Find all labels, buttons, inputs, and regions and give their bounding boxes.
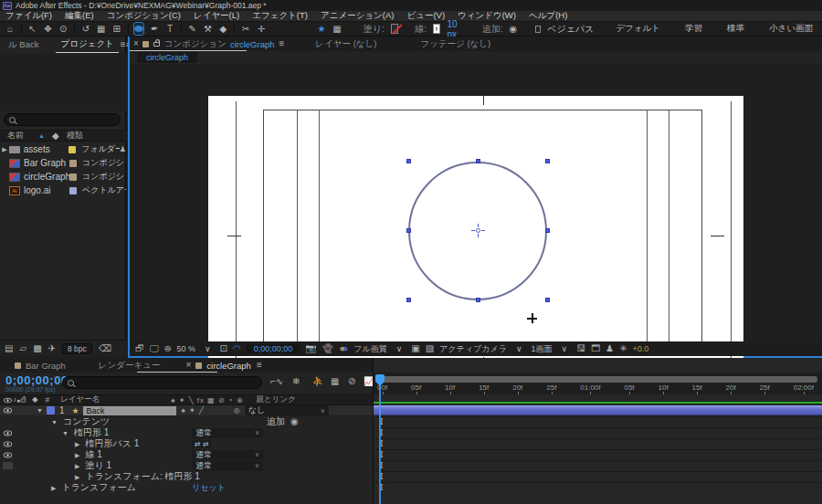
current-time-field[interactable]: 0;00;00;00: [247, 344, 300, 353]
timeline-menu-icon[interactable]: ≡: [257, 361, 262, 370]
tab-composition-kind[interactable]: コンポジション: [164, 38, 227, 50]
layer-label-color[interactable]: [47, 406, 55, 415]
visibility-toggle[interactable]: [4, 452, 12, 457]
viewer-pasteboard[interactable]: [130, 64, 822, 341]
workspace-default[interactable]: デフォルト: [606, 23, 669, 35]
selection-handle[interactable]: [545, 159, 550, 163]
camera-chevron[interactable]: ∨: [512, 344, 526, 354]
show-snapshot-icon[interactable]: 👻: [322, 344, 333, 353]
tab-bar-graph[interactable]: Bar Graph: [26, 361, 66, 371]
viewer-menu-icon[interactable]: ≡: [279, 39, 284, 48]
add-shape-button[interactable]: ◉: [510, 25, 518, 34]
exposure-reset-icon[interactable]: ✳: [619, 344, 627, 353]
view-layout-chevron[interactable]: ∨: [558, 344, 572, 354]
layer-name-column[interactable]: レイヤー名: [60, 394, 100, 405]
selection-handle[interactable]: [476, 298, 480, 302]
property-row-transform-ellipse[interactable]: ▶ トランスフォーム: 楕円形 1: [0, 471, 373, 482]
visibility-toggle[interactable]: [4, 408, 12, 414]
workspace-learn[interactable]: 学習: [676, 23, 711, 35]
selection-handle[interactable]: [406, 228, 411, 233]
workspace-standard[interactable]: 標準: [718, 23, 754, 35]
sort-asc-icon[interactable]: ▲: [38, 132, 45, 139]
menu-window[interactable]: ウィンドウ(W): [458, 10, 516, 22]
frame-blend-icon[interactable]: ▦: [331, 377, 339, 386]
tab-composition-name[interactable]: circleGraph: [230, 39, 275, 49]
timeline-search-input[interactable]: [62, 376, 262, 389]
column-label-icon[interactable]: ◆: [52, 131, 59, 141]
camera-tool-icon[interactable]: ▦: [97, 23, 106, 35]
column-type[interactable]: 種類: [67, 130, 83, 142]
selection-handle[interactable]: [545, 298, 550, 302]
fill-swatch[interactable]: [391, 24, 398, 34]
twirl-icon[interactable]: ▶: [75, 463, 79, 469]
comp-flowchart-icon[interactable]: ♟: [606, 344, 614, 353]
proxy-icon[interactable]: ✈: [48, 344, 56, 353]
tab-label-color[interactable]: [142, 41, 149, 47]
time-ruler[interactable]: 00f 05f 10f 15f 20f 25f 01:00f 05f 10f 1…: [374, 373, 822, 394]
path-direction-toggles[interactable]: ⇄ ⇄: [192, 440, 212, 448]
comp-sub-tab[interactable]: circleGraph: [137, 52, 197, 63]
pen-tool-icon[interactable]: ✒: [150, 23, 159, 35]
selection-handle[interactable]: [406, 298, 411, 302]
blend-mode-select[interactable]: 通常∨: [192, 461, 263, 471]
stroke-label[interactable]: 線:: [415, 23, 427, 36]
tab-render-queue[interactable]: レンダーキュー: [99, 360, 161, 372]
label-color[interactable]: [69, 173, 77, 181]
roto-brush-tool-icon[interactable]: ✂: [241, 23, 250, 35]
project-item-logo-ai[interactable]: Ai logo.ai ベクトルアート: [0, 184, 126, 197]
anchor-point[interactable]: [473, 226, 483, 236]
twirl-icon[interactable]: ▶: [75, 474, 79, 480]
menu-view[interactable]: ビュー(V): [406, 10, 445, 22]
layer-switches[interactable]: ♠ ✦ ╱: [182, 406, 205, 415]
close-tab-icon[interactable]: ×: [185, 361, 191, 370]
visibility-toggle[interactable]: [4, 430, 12, 436]
always-preview-icon[interactable]: 🗗: [135, 344, 144, 353]
shy-icon[interactable]: ⛹: [312, 377, 323, 386]
layer-duration-bar[interactable]: [374, 405, 822, 415]
magnification-select[interactable]: 50 %: [176, 344, 195, 353]
property-row-stroke[interactable]: ▶ 線 1 通常∨: [0, 449, 373, 460]
eraser-tool-icon[interactable]: ◆: [218, 23, 227, 35]
twirl-icon[interactable]: ▶: [75, 441, 79, 447]
work-area-bar[interactable]: [377, 376, 817, 383]
pan-behind-tool-icon[interactable]: ⊞: [112, 23, 121, 35]
close-tab-icon[interactable]: ×: [133, 39, 139, 48]
tab-circlegraph[interactable]: circleGraph: [206, 361, 251, 371]
comp-mini-flowchart-icon[interactable]: ⌐∿: [270, 377, 283, 386]
property-row-contents[interactable]: ▼ コンテンツ 追加 ◉: [0, 416, 373, 427]
draft-3d-icon[interactable]: ❄: [292, 377, 300, 386]
fill-label[interactable]: 塗り:: [364, 23, 385, 36]
composition-canvas[interactable]: [208, 96, 743, 366]
add-property-label[interactable]: 追加: [267, 415, 285, 428]
project-item-bar-graph[interactable]: Bar Graph コンポジション: [0, 156, 126, 170]
twirl-icon[interactable]: ▶: [0, 146, 9, 152]
channels-icon[interactable]: ●●●: [339, 344, 348, 353]
menu-animation[interactable]: アニメーション(A): [321, 10, 395, 22]
menu-composition[interactable]: コンポジション(C): [107, 10, 181, 22]
current-time-display[interactable]: 0;00;00;00: [5, 373, 68, 387]
zoom-tool-icon[interactable]: ⊙: [58, 23, 68, 35]
layer-row-back[interactable]: ▼ 1 ★ Back ♠ ✦ ╱ ◎ なし∨: [0, 405, 373, 416]
workspace-small-screen[interactable]: 小さい画面: [760, 23, 822, 35]
mask-grid-icon[interactable]: ▦: [332, 23, 342, 35]
tab-layer[interactable]: レイヤー (なし): [315, 38, 376, 50]
menu-file[interactable]: ファイル(F): [5, 10, 52, 22]
camera-select[interactable]: アクティブカメラ: [439, 343, 507, 355]
selection-handle[interactable]: [406, 159, 411, 163]
clone-stamp-tool-icon[interactable]: ⚒: [204, 23, 213, 35]
trash-icon[interactable]: ⌫: [99, 344, 111, 353]
property-row-ellipse-path[interactable]: ▶ 楕円形パス 1 ⇄ ⇄: [0, 438, 373, 449]
twirl-icon[interactable]: ▶: [75, 452, 79, 458]
label-color[interactable]: [69, 187, 77, 194]
mask-visibility-icon[interactable]: ◠: [233, 344, 241, 353]
magnification-chevron[interactable]: ∨: [201, 344, 215, 354]
rotation-tool-icon[interactable]: ↺: [81, 23, 90, 35]
project-item-circlegraph[interactable]: circleGraph コンポジション: [0, 170, 126, 184]
glasses-icon[interactable]: ꔮ: [164, 344, 172, 353]
ruler-grid-icon[interactable]: ⊡: [220, 344, 227, 353]
puppet-pin-tool-icon[interactable]: ✛: [257, 23, 266, 35]
primary-viewer-icon[interactable]: 🖵: [150, 344, 159, 353]
property-row-transform[interactable]: ▶ トランスフォーム リセット: [0, 482, 373, 493]
twirl-icon[interactable]: ▼: [51, 419, 58, 425]
interpret-footage-icon[interactable]: ▤: [5, 344, 13, 353]
